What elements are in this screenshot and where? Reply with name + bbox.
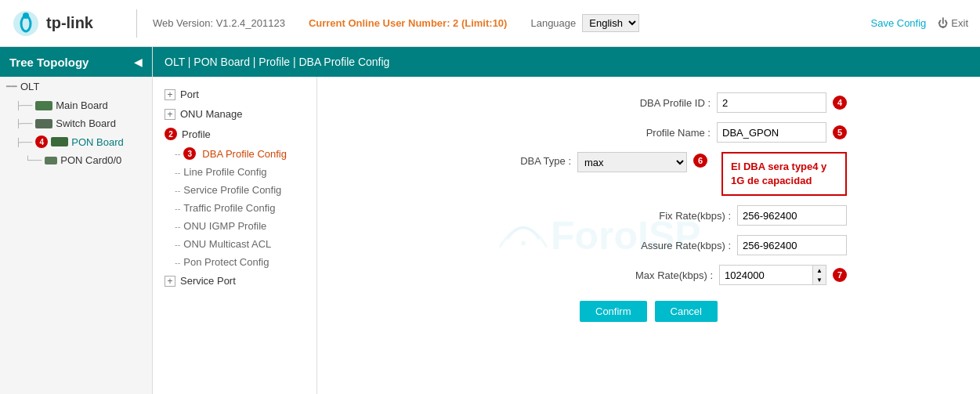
fix-rate-label: Fix Rate(kbps) : <box>606 210 731 222</box>
nav-panel: + Port + ONU Manage 2 Profile 3 DBA Prof… <box>153 77 317 394</box>
sidebar-item-pon-card[interactable]: └── PON Card0/0 <box>0 151 152 169</box>
badge-5: 5 <box>833 125 847 139</box>
language-select[interactable]: English <box>582 14 639 32</box>
cancel-button[interactable]: Cancel <box>655 301 718 322</box>
nav-item-onu-igmp-profile[interactable]: ONU IGMP Profile <box>153 217 316 235</box>
language-area: Language English <box>530 14 639 32</box>
max-rate-input-wrapper: ▲ ▼ <box>719 265 826 285</box>
sidebar: Tree Topology ◀ ━━ OLT ├── Main Board ├─… <box>0 47 153 394</box>
header: tp-link Web Version: V1.2.4_201123 Curre… <box>0 0 980 47</box>
tree-connector-icon: ├── <box>16 101 32 110</box>
nav-profile-label: Profile <box>182 128 211 140</box>
profile-name-input[interactable] <box>717 122 826 143</box>
tree-connector-icon: ━━ <box>6 81 17 92</box>
web-version: Web Version: V1.2.4_201123 <box>153 17 285 29</box>
form-row-profile-name: Profile Name : 5 <box>333 122 964 143</box>
max-rate-arrows: ▲ ▼ <box>813 265 826 285</box>
tooltip-text: El DBA sera type4 y 1G de capacidad <box>731 161 826 186</box>
nav-item-service-port[interactable]: + Service Port <box>153 271 316 291</box>
pon-card-label: PON Card0/0 <box>60 154 121 166</box>
sidebar-toggle-button[interactable]: ◀ <box>134 56 143 68</box>
fix-rate-input[interactable] <box>737 205 847 226</box>
nav-item-dba-profile-config[interactable]: 3 DBA Profile Config <box>153 144 316 163</box>
confirm-button[interactable]: Confirm <box>580 301 647 322</box>
nav-onu-multicast-label: ONU Multicast ACL <box>183 238 271 250</box>
expand-icon: + <box>165 109 175 120</box>
language-label: Language <box>530 17 576 29</box>
max-rate-label: Max Rate(kbps) : <box>588 269 713 281</box>
save-config-link[interactable]: Save Config <box>871 17 927 29</box>
badge-7: 7 <box>833 268 847 282</box>
assure-rate-label: Assure Rate(kbps) : <box>606 240 731 251</box>
nav-item-onu-multicast-acl[interactable]: ONU Multicast ACL <box>153 235 316 253</box>
logo-area: tp-link <box>12 9 137 38</box>
nav-item-traffic-profile-config[interactable]: Traffic Profile Config <box>153 199 316 217</box>
nav-item-pon-protect-config[interactable]: Pon Protect Config <box>153 253 316 271</box>
nav-item-port[interactable]: + Port <box>153 85 316 104</box>
max-rate-up-button[interactable]: ▲ <box>813 266 826 275</box>
dba-profile-badge: 3 <box>183 147 196 160</box>
switch-board-device-icon <box>35 119 52 128</box>
nav-item-line-profile-config[interactable]: Line Profile Config <box>153 163 316 181</box>
badge-6: 6 <box>693 154 707 168</box>
nav-service-profile-label: Service Profile Config <box>183 184 281 196</box>
dba-profile-id-label: DBA Profile ID : <box>585 97 711 109</box>
pon-card-device-icon <box>45 157 57 164</box>
main-board-device-icon <box>35 101 52 110</box>
max-rate-down-button[interactable]: ▼ <box>813 275 826 284</box>
badge-4: 4 <box>833 96 847 110</box>
tp-link-logo-icon <box>12 9 40 38</box>
dba-type-tooltip: El DBA sera type4 y 1G de capacidad <box>721 152 847 196</box>
assure-rate-input[interactable] <box>737 235 847 255</box>
expand-icon: + <box>165 89 175 100</box>
logo-text: tp-link <box>46 14 93 32</box>
nav-line-profile-label: Line Profile Config <box>183 166 266 178</box>
nav-onu-manage-label: ONU Manage <box>180 108 242 120</box>
nav-pon-protect-label: Pon Protect Config <box>183 256 269 268</box>
form-row-assure-rate: Assure Rate(kbps) : <box>333 235 964 255</box>
nav-item-onu-manage[interactable]: + ONU Manage <box>153 104 316 124</box>
exit-label: Exit <box>951 17 968 29</box>
nav-port-label: Port <box>180 89 199 100</box>
online-users: Current Online User Number: 2 (Limit:10) <box>309 17 508 29</box>
pon-board-badge: 4 <box>35 136 48 148</box>
form-buttons: Confirm Cancel <box>333 301 964 322</box>
power-icon: ⏻ <box>938 17 948 29</box>
dba-type-label: DBA Type : <box>446 152 571 167</box>
olt-label: OLT <box>20 81 39 92</box>
nav-service-port-label: Service Port <box>180 275 236 287</box>
main-board-label: Main Board <box>56 99 107 111</box>
sidebar-item-olt[interactable]: ━━ OLT <box>0 77 152 96</box>
sidebar-item-main-board[interactable]: ├── Main Board <box>0 96 152 114</box>
sidebar-item-switch-board[interactable]: ├── Switch Board <box>0 114 152 132</box>
pon-board-label: PON Board <box>71 136 123 148</box>
nav-traffic-profile-label: Traffic Profile Config <box>183 202 275 214</box>
dba-profile-id-input[interactable] <box>717 92 826 113</box>
nav-item-service-profile-config[interactable]: Service Profile Config <box>153 181 316 199</box>
profile-name-label: Profile Name : <box>585 127 711 139</box>
sidebar-item-pon-board[interactable]: ├── 4 PON Board <box>0 132 152 151</box>
header-actions: Save Config ⏻ Exit <box>871 17 969 29</box>
nav-onu-igmp-label: ONU IGMP Profile <box>183 220 266 232</box>
exit-button[interactable]: ⏻ Exit <box>938 17 968 29</box>
form-panel: ForoISP DBA Profile ID : 4 Profile Name … <box>317 77 980 394</box>
nav-dba-profile-label: DBA Profile Config <box>202 148 287 160</box>
profile-badge: 2 <box>165 128 177 140</box>
dba-type-select[interactable]: fix assure max fix+assure assure+max <box>577 152 687 172</box>
form-content: DBA Profile ID : 4 Profile Name : 5 DBA … <box>333 92 964 322</box>
svg-point-1 <box>23 13 29 19</box>
expand-icon: + <box>165 276 175 287</box>
tree-connector-icon: ├── <box>16 119 32 128</box>
content-area: OLT | PON Board | Profile | DBA Profile … <box>153 47 980 394</box>
middle-content: + Port + ONU Manage 2 Profile 3 DBA Prof… <box>153 77 980 394</box>
form-row-dba-type: DBA Type : fix assure max fix+assure ass… <box>333 152 964 196</box>
sidebar-header: Tree Topology ◀ <box>0 47 152 77</box>
pon-board-device-icon <box>51 137 68 146</box>
tree-connector-icon: ├── <box>16 138 32 146</box>
breadcrumb-text: OLT | PON Board | Profile | DBA Profile … <box>165 56 389 68</box>
nav-item-profile[interactable]: 2 Profile <box>153 124 316 144</box>
form-row-max-rate: Max Rate(kbps) : ▲ ▼ 7 <box>333 265 964 285</box>
max-rate-input[interactable] <box>719 265 813 285</box>
form-row-fix-rate: Fix Rate(kbps) : <box>333 205 964 226</box>
tree-connector-icon: └── <box>25 156 42 164</box>
